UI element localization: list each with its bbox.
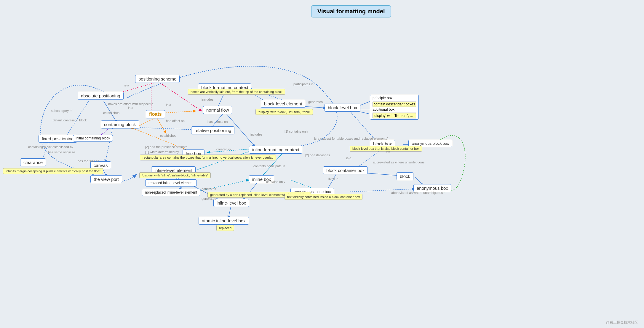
normal-flow-node: normal flow <box>203 106 232 114</box>
watermark: @稀土掘金技术社区 <box>606 320 638 325</box>
floats-node: floats <box>146 110 165 118</box>
fixed-positioning-node: fixed positioning <box>39 135 77 143</box>
inline-box-node: inline box <box>249 175 274 183</box>
block-container-box-node: block container box <box>323 166 368 174</box>
replaced-inline-node: replaced inline-level element <box>145 179 197 186</box>
initial-containing-block-node: initial containing block <box>73 135 113 142</box>
view-port-node: the view port <box>90 175 122 183</box>
highlight-inline-element: 'display' with 'inline', 'inline-block',… <box>139 172 211 178</box>
highlight-block-box: block-level box that is also block conta… <box>350 146 422 152</box>
title-node: Visual formatting model <box>311 5 391 17</box>
positioning-scheme-node: positioning scheme <box>135 75 180 83</box>
containing-block-node: containing block <box>101 120 139 128</box>
absolute-positioning-node: absolute positioning <box>78 92 124 100</box>
block-level-box-node: block-level box <box>325 104 360 112</box>
highlight-replaced: replaced <box>216 225 234 231</box>
inline-level-box-node: inline-level box <box>213 199 249 207</box>
box-group: principle box contain descendant boxes a… <box>370 95 419 120</box>
atomic-inline-level-box-node: atomic inline-level box <box>199 217 249 225</box>
clearance-node: clearance <box>20 158 46 166</box>
highlight-block-level-element: 'display' with 'block', 'list-item', 'ta… <box>255 109 313 115</box>
anonymous-box-node: anonymous box <box>413 184 451 192</box>
principle-box: principle box <box>373 96 416 101</box>
display-list-item: 'display' with 'list-item', ... <box>373 113 416 118</box>
relative-positioning-node: relative positioning <box>191 126 234 134</box>
non-replaced-inline-node: non-replaced inline-level element <box>142 189 200 196</box>
additional-box: additional box <box>373 107 416 112</box>
highlight-clearance: inhibits margin collapsing & push elemen… <box>3 168 103 174</box>
block-node: block <box>397 172 413 180</box>
highlight-bfc: boxes are vertically laid out, from the … <box>188 89 285 95</box>
contain-descendant: contain descendant boxes <box>373 102 416 107</box>
title-label: Visual formatting model <box>317 8 385 15</box>
inline-formatting-context-node: inline formatting context <box>249 146 302 154</box>
block-level-element-node: block-level element <box>261 100 305 108</box>
highlight-line-box: rectangular area contains the boxes that… <box>140 155 276 160</box>
highlight-anonymous-inline: text directly contained inside a block c… <box>285 194 362 200</box>
